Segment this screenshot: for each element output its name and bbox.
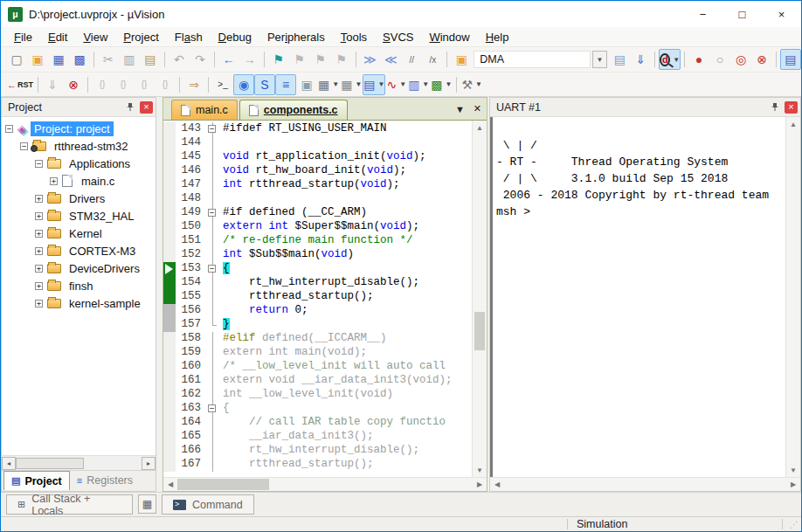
breakpoint-gutter[interactable] <box>163 164 176 178</box>
project-window-toggle-icon[interactable]: ▤ <box>780 49 801 70</box>
close-icon[interactable]: × <box>785 101 798 114</box>
fold-collapse-icon[interactable]: − <box>208 404 216 412</box>
tree-item-finsh[interactable]: +finsh <box>2 277 156 294</box>
memory-dock-button[interactable]: ▦ <box>138 494 156 514</box>
cut-icon[interactable]: ✂ <box>98 49 119 70</box>
copy-icon[interactable]: ▥ <box>119 49 140 70</box>
breakpoint-gutter[interactable] <box>163 234 176 248</box>
tab-command[interactable]: > Command <box>162 494 254 515</box>
scroll-thumb[interactable] <box>16 458 84 469</box>
insert-remove-breakpoint-icon[interactable]: ● <box>688 49 709 70</box>
close-tab-icon[interactable]: ✕ <box>474 103 481 114</box>
breakpoint-gutter[interactable] <box>163 136 176 150</box>
next-bookmark-icon[interactable]: ⚑ <box>310 49 331 70</box>
maximize-button[interactable]: □ <box>722 1 762 27</box>
save-icon[interactable]: ▦ <box>48 49 69 70</box>
step-out-icon[interactable]: {} <box>134 74 155 95</box>
panel-splitter[interactable] <box>156 97 162 492</box>
collapse-icon[interactable]: − <box>20 142 28 150</box>
kill-all-breakpoints-icon[interactable]: ⊗ <box>751 49 772 70</box>
disable-all-breakpoints-icon[interactable]: ◎ <box>730 49 751 70</box>
menu-svcs[interactable]: SVCS <box>375 29 421 45</box>
step-icon[interactable]: {} <box>92 74 113 95</box>
close-button[interactable]: × <box>762 1 801 27</box>
expand-icon[interactable]: + <box>35 265 43 273</box>
expand-icon[interactable]: + <box>35 195 43 203</box>
scroll-thumb[interactable] <box>177 479 269 490</box>
reset-cpu-icon[interactable]: ←RST <box>6 74 34 95</box>
tree-item-kernel[interactable]: +Kernel <box>2 225 156 242</box>
editor-vscrollbar[interactable]: ▲ ▼ <box>472 121 487 477</box>
run-icon[interactable]: ⇓ <box>42 74 63 95</box>
breakpoint-gutter[interactable] <box>163 304 176 318</box>
breakpoint-gutter[interactable] <box>163 220 176 234</box>
disassembly-window-icon[interactable]: ◉ <box>233 74 254 95</box>
breakpoint-gutter[interactable] <box>163 150 176 164</box>
enable-disable-breakpoint-icon[interactable]: ○ <box>709 49 730 70</box>
insert-bookmark-icon[interactable]: ⚑ <box>268 49 289 70</box>
tree-item-main-c[interactable]: +main.c <box>2 172 156 190</box>
run-to-cursor-icon[interactable]: {} <box>155 74 176 95</box>
breakpoint-gutter[interactable] <box>163 416 176 430</box>
scroll-thumb[interactable] <box>474 312 485 350</box>
tree-item-stm32-hal[interactable]: +STM32_HAL <box>2 207 156 225</box>
scroll-up-icon[interactable]: ▲ <box>473 121 487 135</box>
breakpoint-gutter[interactable] <box>163 374 176 388</box>
tab-project[interactable]: ▤ Project <box>3 471 70 490</box>
watch-windows-icon[interactable]: ▦▼ <box>317 74 340 95</box>
tools-menu-icon[interactable]: ⚒▼ <box>460 74 482 95</box>
code-editor[interactable]: 143−#ifdef RT_USING_USER_MAIN144145void … <box>163 121 472 477</box>
close-icon[interactable]: × <box>140 101 153 114</box>
tree-item-drivers[interactable]: +Drivers <box>2 190 156 207</box>
dropdown-arrow-icon[interactable]: ▼ <box>475 80 482 88</box>
scroll-left-icon[interactable]: ◀ <box>490 478 504 492</box>
dropdown-arrow-icon[interactable]: ▼ <box>399 80 406 88</box>
breakpoint-gutter[interactable] <box>163 402 176 416</box>
breakpoint-gutter[interactable] <box>163 248 176 262</box>
dropdown-arrow-icon[interactable]: ▼ <box>422 80 429 88</box>
expand-icon[interactable]: + <box>35 282 43 290</box>
tab-list-icon[interactable]: ▼ <box>455 104 465 114</box>
start-stop-debug-session-icon[interactable]: d▼ <box>659 49 681 70</box>
clear-all-bookmarks-icon[interactable]: ⚑ <box>331 49 352 70</box>
redo-icon[interactable]: ↷ <box>190 49 211 70</box>
dropdown-arrow-icon[interactable]: ▼ <box>446 80 453 88</box>
menu-window[interactable]: Window <box>421 29 477 45</box>
breakpoint-gutter[interactable] <box>163 178 176 192</box>
uart-vscrollbar[interactable]: ▲ ▼ <box>785 117 800 477</box>
tree-item-rtthread-stm32[interactable]: −rtthread-stm32 <box>2 137 156 155</box>
collapse-icon[interactable]: − <box>5 125 13 133</box>
breakpoint-gutter[interactable] <box>163 192 176 206</box>
undo-icon[interactable]: ↶ <box>169 49 190 70</box>
breakpoint-gutter[interactable] <box>163 346 176 360</box>
uart-terminal[interactable]: \ | / - RT - Thread Operating System / |… <box>490 117 785 477</box>
fold-collapse-icon[interactable]: − <box>208 209 216 217</box>
breakpoint-gutter[interactable] <box>163 360 176 374</box>
breakpoint-gutter[interactable] <box>163 122 176 136</box>
dropdown-arrow-icon[interactable]: ▼ <box>332 80 339 88</box>
scroll-up-icon[interactable]: ▲ <box>786 117 800 131</box>
breakpoint-gutter[interactable] <box>163 332 176 346</box>
comment-selection-icon[interactable]: // <box>401 49 422 70</box>
stop-icon[interactable]: ⊗ <box>63 74 84 95</box>
call-stack-window-icon[interactable]: ▣ <box>296 74 317 95</box>
dropdown-arrow-icon[interactable]: ▼ <box>378 80 385 88</box>
symbol-window-icon[interactable]: S <box>254 74 275 95</box>
scroll-left-icon[interactable]: ◀ <box>163 478 177 492</box>
menu-view[interactable]: View <box>75 29 115 45</box>
incremental-find-icon[interactable]: ⇓ <box>630 49 651 70</box>
expand-icon[interactable]: + <box>50 177 58 185</box>
scroll-down-icon[interactable]: ▼ <box>786 463 800 477</box>
dropdown-arrow-icon[interactable]: ▼ <box>673 56 680 64</box>
system-viewer-icon[interactable]: ▥▼ <box>407 74 430 95</box>
resize-grip[interactable]: ⋰ <box>790 520 801 529</box>
expand-icon[interactable]: + <box>35 230 43 238</box>
breakpoint-gutter[interactable] <box>163 206 176 220</box>
expand-icon[interactable]: + <box>35 212 43 220</box>
pin-icon[interactable] <box>123 100 137 114</box>
breakpoint-gutter[interactable] <box>163 444 176 458</box>
menu-debug[interactable]: Debug <box>211 29 259 45</box>
menu-peripherals[interactable]: Peripherals <box>259 29 333 45</box>
registers-window-icon[interactable]: ≡ <box>275 74 296 95</box>
expand-icon[interactable]: + <box>35 247 43 255</box>
